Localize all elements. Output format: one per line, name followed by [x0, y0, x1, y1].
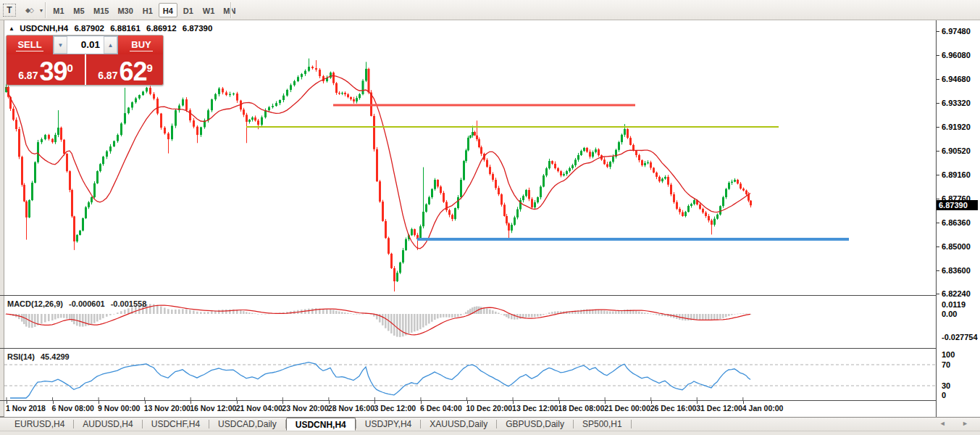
- timeframe-button-m5[interactable]: M5: [70, 3, 88, 17]
- tool-dropdown-icon[interactable]: ▼: [38, 4, 45, 17]
- rsi-axis-label: 30: [942, 381, 950, 390]
- price-tick-label: 6.94680: [942, 75, 971, 83]
- toolbar-separator: [230, 2, 232, 18]
- macd-name: MACD(12,26,9): [7, 299, 63, 308]
- time-tick-label: 13 Nov 20:00: [144, 404, 190, 413]
- macd-axis-label: 0.00: [942, 310, 957, 318]
- buy-price-big: 62: [119, 60, 146, 83]
- tab-gbpusd-daily[interactable]: GBPUSD,Daily: [497, 418, 573, 431]
- tab-eurusd-h4[interactable]: EURUSD,H4: [6, 418, 73, 431]
- chart-tabs: EURUSD,H4AUDUSD,H4USDCHF,H4USDCAD,DailyU…: [0, 417, 980, 431]
- collapse-triangle-icon[interactable]: ▲: [9, 25, 14, 32]
- price-tick-label: 6.82240: [942, 289, 971, 298]
- rsi-pane-canvas[interactable]: [4, 349, 936, 400]
- tab-usdjpy-h4[interactable]: USDJPY,H4: [356, 418, 420, 431]
- sell-button-label: SELL: [16, 39, 43, 51]
- macd-value-1: -0.000601: [69, 299, 105, 308]
- price-tick-mark: [937, 103, 939, 104]
- rsi-name: RSI(14): [7, 352, 35, 361]
- ohlc-open: 6.87902: [74, 24, 104, 33]
- tab-xauusd-daily[interactable]: XAUUSD,Daily: [421, 418, 496, 431]
- timeframe-button-m30[interactable]: M30: [114, 3, 136, 17]
- timeframe-button-m1[interactable]: M1: [49, 3, 68, 17]
- price-axis: 6.974806.960806.946806.933206.919206.905…: [937, 20, 980, 417]
- price-tick-label: 6.85000: [942, 242, 971, 251]
- tab-usdcnh-h4[interactable]: USDCNH,H4: [286, 418, 356, 431]
- rsi-axis-label: 70: [942, 360, 950, 369]
- buy-price-base: 6.87: [98, 67, 117, 83]
- price-tick-label: 6.97480: [942, 27, 971, 36]
- timeframe-button-mn[interactable]: MN: [219, 3, 239, 17]
- time-tick-label: 26 Dec 16:00: [650, 404, 697, 413]
- volume-decrease-button[interactable]: ▼: [54, 36, 67, 54]
- time-tick-label: 3 Dec 12:00: [374, 404, 416, 413]
- status-strip: [0, 431, 980, 435]
- timeframe-button-h4[interactable]: H4: [159, 3, 177, 17]
- price-tick-label: 6.89160: [942, 170, 971, 179]
- buy-price-display[interactable]: 6.87 62 9: [86, 54, 164, 86]
- buy-button[interactable]: BUY: [118, 36, 164, 54]
- sell-price-sup: 0: [67, 54, 72, 82]
- chart-window: ▲ USDCNH,H4 6.87902 6.88161 6.86912 6.87…: [0, 20, 980, 417]
- timeframe-button-m15[interactable]: M15: [90, 3, 112, 17]
- timeframe-button-w1[interactable]: W1: [199, 3, 219, 17]
- time-tick-label: 16 Nov 12:00: [190, 404, 236, 413]
- tab-audusd-h4[interactable]: AUDUSD,H4: [74, 418, 141, 431]
- tab-usdcad-daily[interactable]: USDCAD,Daily: [209, 418, 285, 431]
- sell-price-big: 39: [39, 60, 67, 83]
- time-axis: 1 Nov 20186 Nov 08:009 Nov 00:0013 Nov 2…: [4, 401, 936, 417]
- time-tick-label: 6 Dec 04:00: [420, 404, 462, 413]
- tab-separator: [631, 420, 632, 428]
- price-tick-mark: [937, 199, 939, 199]
- rsi-axis-label: 0: [942, 391, 946, 399]
- chart-ohlc-header: ▲ USDCNH,H4 6.87902 6.88161 6.86912 6.87…: [9, 24, 216, 33]
- price-tick-mark: [937, 79, 939, 80]
- sell-button[interactable]: SELL: [7, 36, 53, 54]
- price-tick-mark: [937, 55, 939, 56]
- time-tick-label: 21 Nov 04:00: [236, 404, 282, 413]
- rsi-label: RSI(14) 45.4299: [7, 352, 73, 361]
- timeframe-button-d1[interactable]: D1: [179, 3, 198, 17]
- price-tick-mark: [937, 294, 939, 294]
- timeframe-button-h1[interactable]: H1: [138, 3, 157, 17]
- tab-usdchf-h4[interactable]: USDCHF,H4: [143, 418, 209, 431]
- sell-price-display[interactable]: 6.87 39 0: [7, 54, 85, 86]
- price-tick-mark: [937, 151, 939, 152]
- current-price-tag: 6.87390: [937, 200, 978, 210]
- macd-axis-label: -0.027754: [942, 333, 978, 341]
- price-tick-label: 6.96080: [942, 51, 971, 59]
- time-tick-label: 13 Dec 12:00: [512, 404, 558, 413]
- tab-sp500-h1[interactable]: SP500,H1: [574, 418, 631, 431]
- volume-increase-button[interactable]: ▲: [104, 36, 117, 54]
- price-tick-label: 6.83600: [942, 266, 971, 275]
- price-tick-label: 6.91920: [942, 123, 971, 131]
- price-tick-mark: [937, 175, 939, 175]
- volume-box: ▼ 0.01 ▲: [53, 36, 118, 54]
- mt4-window: T ◆◇ ▼ M1M5M15M30H1H4D1W1MN ▲ USDCNH,H4 …: [0, 0, 980, 435]
- buy-button-label: BUY: [130, 39, 152, 51]
- tab-scroll-arrows[interactable]: ◄ ►: [939, 420, 976, 427]
- time-tick-label: 23 Nov 20:00: [282, 404, 328, 413]
- rsi-value: 45.4299: [41, 352, 70, 361]
- price-tick-mark: [937, 127, 939, 128]
- time-tick-label: 28 Nov 16:00: [328, 404, 374, 413]
- volume-input[interactable]: 0.01: [67, 36, 104, 54]
- macd-label: MACD(12,26,9) -0.000601 -0.001558: [7, 299, 150, 308]
- time-tick-label: 1 Nov 2018: [6, 404, 46, 413]
- ohlc-low: 6.86912: [146, 24, 177, 33]
- time-tick-label: 31 Dec 12:00: [696, 404, 742, 413]
- time-tick-label: 10 Dec 20:00: [466, 404, 513, 413]
- timeframe-buttons: M1M5M15M30H1H4D1W1MN: [49, 3, 239, 17]
- pane-splitter[interactable]: [0, 295, 980, 296]
- time-tick-label: 21 Dec 00:00: [604, 404, 650, 413]
- crosshair-tool-icon[interactable]: ◆◇: [20, 4, 38, 17]
- toolbar: T ◆◇ ▼ M1M5M15M30H1H4D1W1MN: [0, 0, 980, 20]
- price-tick-label: 6.93320: [942, 99, 971, 107]
- price-tick-mark: [937, 31, 939, 32]
- buy-price-sup: 9: [146, 54, 152, 82]
- time-tick-label: 18 Dec 08:00: [558, 404, 605, 413]
- pane-splitter[interactable]: [0, 348, 980, 349]
- rsi-axis-label: 100: [942, 350, 955, 359]
- time-tick-label: 6 Nov 08:00: [52, 404, 94, 413]
- text-tool-button[interactable]: T: [3, 4, 16, 17]
